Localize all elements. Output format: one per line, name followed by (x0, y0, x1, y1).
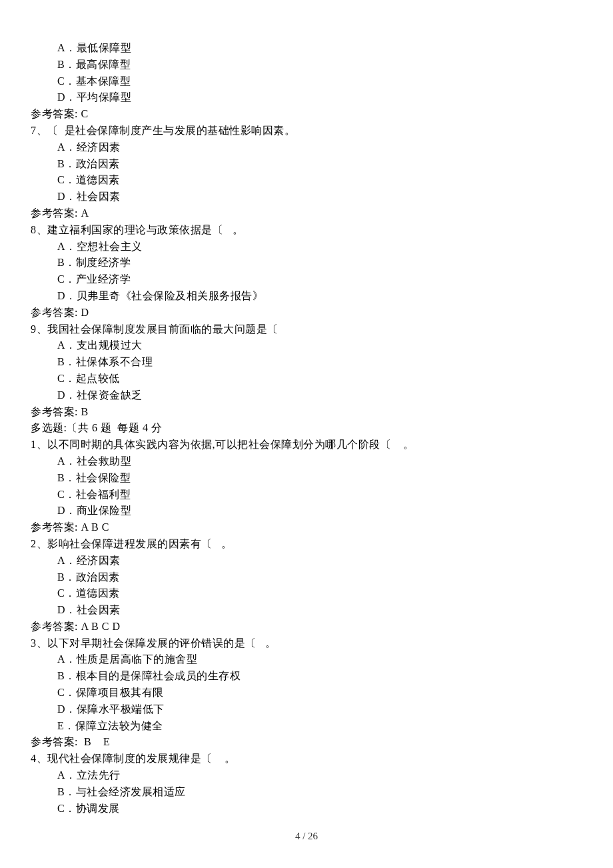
m2-option-b: B．政治因素 (31, 569, 582, 586)
m3-option-e: E．保障立法较为健全 (31, 718, 582, 735)
q9-option-b: B．社保体系不合理 (31, 354, 582, 371)
m1-answer: 参考答案: A B C (31, 519, 582, 536)
m4-option-b: B．与社会经济发展相适应 (31, 784, 582, 801)
m1-option-a: A．社会救助型 (31, 453, 582, 470)
m4-stem: 4、现代社会保障制度的发展规律是〔 。 (31, 751, 582, 767)
q8-option-d: D．贝弗里奇《社会保险及相关服务报告》 (31, 288, 582, 305)
q7-answer: 参考答案: A (31, 205, 582, 222)
q7-option-c: C．道德因素 (31, 172, 582, 189)
q8-option-b: B．制度经济学 (31, 255, 582, 271)
m2-option-c: C．道德因素 (31, 585, 582, 602)
m1-option-b: B．社会保险型 (31, 470, 582, 487)
q7-option-b: B．政治因素 (31, 156, 582, 173)
section-multi-header: 多选题:〔共 6 题 每题 4 分 (31, 420, 582, 437)
q6-option-b: B．最高保障型 (31, 57, 582, 73)
q8-answer: 参考答案: D (31, 305, 582, 321)
m2-option-d: D．社会因素 (31, 602, 582, 619)
q7-option-d: D．社会因素 (31, 189, 582, 205)
q7-stem: 7、〔 是社会保障制度产生与发展的基础性影响因素。 (31, 123, 582, 139)
page-footer: 4 / 26 (31, 829, 582, 844)
m3-option-a: A．性质是居高临下的施舍型 (31, 651, 582, 668)
q9-option-c: C．起点较低 (31, 371, 582, 387)
q9-stem: 9、我国社会保障制度发展目前面临的最大问题是〔 (31, 321, 582, 338)
m1-option-d: D．商业保险型 (31, 503, 582, 519)
m2-stem: 2、影响社会保障进程发展的因素有〔 。 (31, 536, 582, 553)
m3-answer: 参考答案: B E (31, 734, 582, 751)
m2-answer: 参考答案: A B C D (31, 619, 582, 635)
q9-option-d: D．社保资金缺乏 (31, 387, 582, 404)
m4-option-c: C．协调发展 (31, 801, 582, 817)
m3-option-c: C．保障项目极其有限 (31, 685, 582, 701)
m3-stem: 3、以下对早期社会保障发展的评价错误的是〔 。 (31, 635, 582, 652)
q6-option-d: D．平均保障型 (31, 89, 582, 106)
m1-option-c: C．社会福利型 (31, 487, 582, 503)
m3-option-b: B．根本目的是保障社会成员的生存权 (31, 668, 582, 685)
q7-option-a: A．经济因素 (31, 139, 582, 156)
q9-answer: 参考答案: B (31, 404, 582, 421)
q8-option-c: C．产业经济学 (31, 271, 582, 288)
m1-stem: 1、以不同时期的具体实践内容为依据,可以把社会保障划分为哪几个阶段〔 。 (31, 437, 582, 453)
q6-answer: 参考答案: C (31, 106, 582, 123)
m4-option-a: A．立法先行 (31, 767, 582, 784)
q6-option-c: C．基本保障型 (31, 73, 582, 90)
q8-stem: 8、建立福利国家的理论与政策依据是〔 。 (31, 222, 582, 239)
m2-option-a: A．经济因素 (31, 553, 582, 569)
q9-option-a: A．支出规模过大 (31, 337, 582, 354)
m3-option-d: D．保障水平极端低下 (31, 701, 582, 718)
q6-option-a: A．最低保障型 (31, 40, 582, 57)
q8-option-a: A．空想社会主义 (31, 239, 582, 255)
